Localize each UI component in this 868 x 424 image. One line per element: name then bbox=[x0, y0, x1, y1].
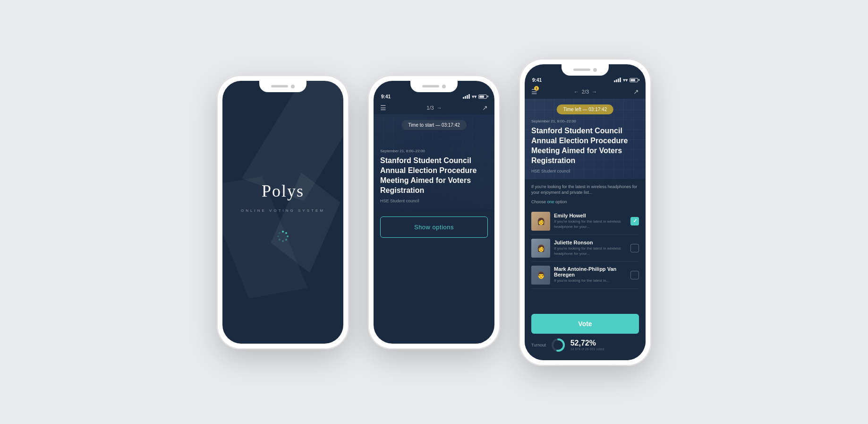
svg-point-6 bbox=[277, 235, 279, 237]
loading-spinner bbox=[276, 230, 289, 243]
phone-splash: Polys ONLINE VOTING SYSTEM bbox=[217, 75, 349, 349]
voting-description: If you're looking for the latest in wire… bbox=[531, 184, 639, 196]
candidate-info-2: Juliette Ronson If you're looking for th… bbox=[554, 240, 627, 256]
turnout-label: Turnout bbox=[531, 343, 546, 347]
candidate-avatar-3: 👨 bbox=[531, 266, 550, 285]
nav-exit-icon[interactable]: ↗ bbox=[482, 104, 488, 112]
phone-voting: 9:41 ▾▾ 1 bbox=[519, 59, 651, 366]
turnout-donut bbox=[551, 337, 566, 353]
show-options-button[interactable]: Show options bbox=[380, 216, 488, 238]
avatar-img-3: 👨 bbox=[531, 266, 550, 285]
turnout-percentage: 52,72% bbox=[570, 339, 604, 347]
app-logo: Polys bbox=[262, 181, 304, 201]
candidate-item-3[interactable]: 👨 Mark Antoine-Philipp Van Beregen If yo… bbox=[531, 262, 639, 289]
phones-container: Polys ONLINE VOTING SYSTEM bbox=[198, 40, 670, 385]
status-icons-2: ▾▾ bbox=[463, 94, 487, 99]
turnout-row: Turnout 52,72% 14 678 of 28 001 voted bbox=[531, 337, 639, 353]
status-icons-3: ▾▾ bbox=[614, 78, 638, 83]
event-org-2: HSE Student council bbox=[380, 199, 488, 203]
candidate-name-1: Emily Howell bbox=[554, 213, 627, 218]
camera-1 bbox=[291, 85, 295, 88]
nav-center: 1/3 bbox=[426, 105, 442, 111]
event-title-3: Stanford Student Council Annual Election… bbox=[531, 126, 639, 165]
event-date-3: September 21, 8:00–22:00 bbox=[531, 119, 639, 123]
checkmark-1: ✓ bbox=[633, 218, 637, 224]
svg-point-2 bbox=[287, 235, 289, 237]
battery-icon-3 bbox=[630, 78, 638, 82]
candidate-info-1: Emily Howell If you're looking for the l… bbox=[554, 213, 627, 229]
choose-label: Choose one option bbox=[531, 199, 639, 204]
timer-badge-3: Time left — 03:17:42 bbox=[557, 104, 613, 114]
event-body: Show options bbox=[374, 209, 494, 245]
nav-center-3: 2/3 bbox=[574, 89, 597, 95]
voting-hero: Time left — 03:17:42 September 21, 8:00–… bbox=[525, 99, 646, 179]
candidate-checkbox-3[interactable] bbox=[630, 271, 639, 279]
signal-icon bbox=[463, 94, 470, 99]
avatar-img-2: 👩 bbox=[531, 239, 550, 258]
svg-point-5 bbox=[279, 239, 281, 241]
speaker-2 bbox=[422, 85, 439, 87]
status-time-3: 9:41 bbox=[532, 78, 542, 83]
camera-3 bbox=[593, 68, 597, 72]
notch-3 bbox=[562, 64, 609, 76]
candidate-checkbox-2[interactable] bbox=[630, 244, 639, 252]
nav-next-icon[interactable] bbox=[437, 105, 442, 111]
turnout-sub: 14 678 of 28 001 voted bbox=[570, 347, 604, 351]
nav-menu-with-badge[interactable]: 1 bbox=[531, 87, 537, 96]
candidate-desc-1: If you're looking for the latest in wire… bbox=[554, 219, 627, 229]
hero-content: September 21, 8:00–22:00 Stanford Studen… bbox=[374, 143, 494, 208]
notification-badge: 1 bbox=[534, 86, 539, 91]
phone-event-detail: 9:41 ▾▾ 1/3 bbox=[368, 75, 500, 349]
svg-point-0 bbox=[282, 231, 284, 233]
candidate-avatar-1: 👩 bbox=[531, 212, 550, 231]
wifi-icon: ▾▾ bbox=[472, 94, 477, 99]
svg-point-3 bbox=[285, 239, 287, 241]
notch-2 bbox=[410, 81, 458, 92]
svg-point-1 bbox=[285, 232, 287, 234]
event-org-3: HSE Student council bbox=[531, 169, 639, 173]
candidate-info-3: Mark Antoine-Philipp Van Beregen If you'… bbox=[554, 266, 627, 283]
menu-icon[interactable] bbox=[380, 104, 386, 112]
candidate-item-1[interactable]: 👩 Emily Howell If you're looking for the… bbox=[531, 208, 639, 235]
splash-content: Polys ONLINE VOTING SYSTEM bbox=[222, 81, 343, 344]
svg-point-7 bbox=[279, 232, 281, 234]
nav-bar-2: 1/3 ↗ bbox=[374, 102, 494, 114]
voting-footer: Vote Turnout 52,72% 14 678 of 28 001 vot… bbox=[525, 310, 646, 360]
signal-icon-3 bbox=[614, 78, 621, 82]
app-subtitle: ONLINE VOTING SYSTEM bbox=[241, 208, 325, 213]
candidate-checkbox-1[interactable]: ✓ bbox=[630, 217, 639, 225]
event-hero: Time to start — 03:17:42 September 21, 8… bbox=[374, 114, 494, 209]
candidate-desc-3: If you're looking for the latest in... bbox=[554, 278, 627, 283]
choose-type: one bbox=[547, 199, 554, 204]
wifi-icon-3: ▾▾ bbox=[623, 78, 628, 83]
candidate-name-3: Mark Antoine-Philipp Van Beregen bbox=[554, 266, 627, 277]
candidate-avatar-2: 👩 bbox=[531, 239, 550, 258]
nav-position-3: 2/3 bbox=[582, 89, 589, 95]
notch-1 bbox=[259, 81, 306, 92]
candidate-name-2: Juliette Ronson bbox=[554, 240, 627, 245]
camera-2 bbox=[442, 85, 446, 88]
timer-badge: Time to start — 03:17:42 bbox=[401, 120, 467, 130]
event-date-2: September 21, 8:00–22:00 bbox=[380, 149, 488, 153]
candidate-item-2[interactable]: 👩 Juliette Ronson If you're looking for … bbox=[531, 235, 639, 262]
nav-bar-3: 1 2/3 ↗ bbox=[525, 86, 646, 99]
hero-content-3: September 21, 8:00–22:00 Stanford Studen… bbox=[525, 113, 646, 179]
vote-button[interactable]: Vote bbox=[531, 314, 639, 334]
nav-prev-icon-3[interactable] bbox=[574, 89, 579, 95]
nav-exit-icon-3[interactable]: ↗ bbox=[633, 88, 639, 95]
nav-position-2: 1/3 bbox=[426, 105, 434, 111]
battery-icon bbox=[478, 95, 487, 99]
status-time-2: 9:41 bbox=[381, 94, 391, 99]
event-title-2: Stanford Student Council Annual Election… bbox=[380, 156, 488, 195]
speaker-3 bbox=[573, 69, 590, 71]
avatar-img-1: 👩 bbox=[531, 212, 550, 231]
candidate-desc-2: If you're looking for the latest in wire… bbox=[554, 246, 627, 256]
svg-point-4 bbox=[282, 240, 284, 242]
speaker-1 bbox=[271, 85, 288, 87]
nav-next-icon-3[interactable] bbox=[592, 89, 597, 95]
